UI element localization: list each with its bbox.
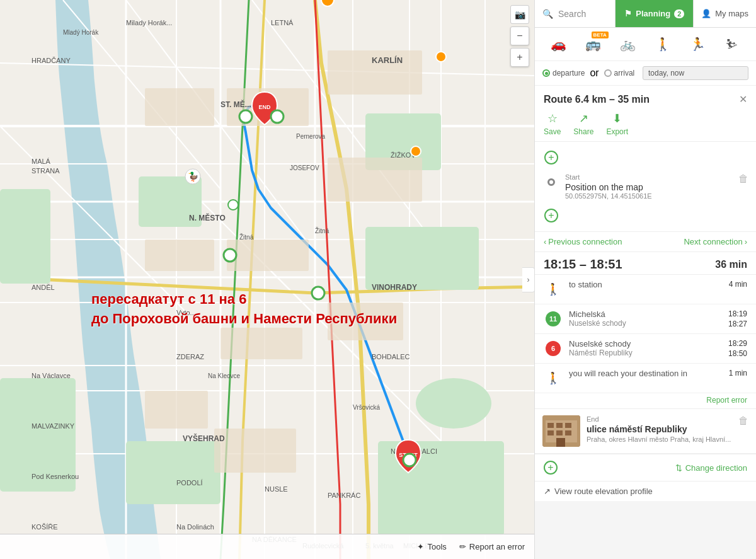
svg-point-86 bbox=[228, 200, 238, 210]
svg-point-89 bbox=[436, 52, 446, 62]
map-container[interactable]: HRADČANY MALÁ STRANA ANDĚL Na Václavce M… bbox=[0, 0, 534, 559]
search-area[interactable]: 🔍 Search bbox=[535, 0, 616, 27]
report-error-link[interactable]: Report error bbox=[535, 393, 756, 408]
add-waypoint-footer-button[interactable]: + bbox=[544, 461, 558, 475]
save-button[interactable]: ☆ Save bbox=[544, 112, 561, 136]
svg-text:HRADČANY: HRADČANY bbox=[32, 57, 71, 64]
svg-rect-43 bbox=[214, 429, 296, 473]
step2-time-from: 18:19 bbox=[728, 309, 747, 318]
step1-description: to station bbox=[569, 280, 723, 289]
elevation-icon: ↗ bbox=[544, 487, 551, 496]
svg-rect-96 bbox=[547, 423, 554, 428]
camera-button[interactable]: 📷 bbox=[510, 5, 529, 24]
footer-actions: + ⇅ Change direction bbox=[535, 454, 756, 481]
share-label: Share bbox=[573, 127, 593, 136]
start-waypoint: Start Position on the map 50.0552975N, 1… bbox=[542, 170, 748, 204]
step3-from: Nuselské schody bbox=[569, 339, 722, 349]
report-error-label: Report error bbox=[706, 396, 747, 405]
svg-rect-37 bbox=[227, 239, 309, 271]
svg-rect-31 bbox=[126, 441, 220, 504]
prev-connection-button[interactable]: ‹ Previous connection bbox=[544, 237, 622, 246]
svg-text:ST. MĚ...: ST. MĚ... bbox=[220, 100, 251, 109]
step2-time-to: 18:27 bbox=[728, 320, 747, 328]
step4-duration: 1 min bbox=[729, 369, 747, 377]
svg-point-85 bbox=[312, 287, 324, 299]
destination-address: Praha, okres Hlavní město Praha, kraj Hl… bbox=[587, 435, 732, 443]
time-input[interactable] bbox=[643, 66, 748, 80]
svg-rect-41 bbox=[220, 328, 302, 359]
destination-name: ulice náměstí Republiky bbox=[587, 424, 732, 434]
transport-run[interactable]: 🏃 bbox=[686, 33, 709, 55]
departure-radio[interactable] bbox=[542, 69, 550, 77]
departure-label: departure bbox=[553, 69, 585, 78]
svg-rect-99 bbox=[547, 430, 554, 435]
destination-section: End ulice náměstí Republiky Praha, okres… bbox=[535, 408, 756, 454]
svg-text:Mladý Horák: Mladý Horák bbox=[63, 29, 99, 36]
step1-details: to station bbox=[569, 280, 723, 289]
step3-time-to: 18:50 bbox=[728, 349, 747, 358]
time-to: 18:51 bbox=[590, 257, 622, 271]
svg-text:Na Dolinách: Na Dolinách bbox=[176, 523, 214, 531]
add-waypoint-below-button[interactable]: + bbox=[544, 209, 558, 222]
transport-car[interactable]: 🚗 bbox=[547, 33, 570, 55]
start-coords: 50.0552975N, 14.4515061E bbox=[565, 192, 733, 200]
add-waypoint-above-button[interactable]: + bbox=[544, 151, 558, 164]
transport-ski[interactable]: ⛷ bbox=[721, 33, 743, 55]
next-connection-button[interactable]: Next connection › bbox=[684, 237, 747, 246]
svg-text:LETNÁ: LETNÁ bbox=[271, 19, 294, 26]
transport-bike[interactable]: 🚲 bbox=[617, 33, 639, 55]
person-icon: 👤 bbox=[701, 9, 711, 18]
export-label: Export bbox=[606, 127, 628, 136]
tools-button[interactable]: ✦ Tools bbox=[417, 542, 446, 551]
zoom-in-button[interactable]: − bbox=[510, 26, 529, 45]
svg-point-33 bbox=[416, 378, 491, 429]
svg-text:ANDĚL: ANDĚL bbox=[32, 284, 55, 291]
arrival-label: arrival bbox=[614, 69, 635, 78]
step3-times: 18:29 18:50 bbox=[728, 339, 747, 358]
svg-text:BOHDALEC: BOHDALEC bbox=[372, 353, 410, 360]
svg-text:Milady Horák...: Milady Horák... bbox=[126, 19, 172, 26]
flag-icon: ⚑ bbox=[624, 9, 632, 18]
start-waypoint-icon bbox=[542, 173, 560, 191]
report-error-label: Report an error bbox=[469, 542, 525, 551]
svg-text:KARLÍN: KARLÍN bbox=[372, 55, 403, 65]
walk-dest-icon: 🚶 bbox=[544, 369, 563, 388]
start-delete-button[interactable]: 🗑 bbox=[738, 173, 748, 185]
share-button[interactable]: ↗ Share bbox=[573, 112, 593, 136]
map-expand-arrow[interactable]: › bbox=[522, 267, 534, 292]
or-text: or bbox=[590, 67, 598, 79]
step2-details: Michelská Nuselské schody bbox=[569, 309, 722, 328]
route-steps: 🚶 to station 4 min 11 Michelská Nuselské… bbox=[535, 275, 756, 393]
report-error-button[interactable]: ✏ Report an error bbox=[459, 542, 525, 551]
arrival-radio[interactable] bbox=[604, 69, 612, 77]
route-close-button[interactable]: ✕ bbox=[739, 93, 747, 105]
step-tram-11: 11 Michelská Nuselské schody 18:19 18:27 bbox=[535, 304, 756, 334]
arrival-option[interactable]: arrival bbox=[604, 69, 635, 78]
step3-to: Náměstí Republiky bbox=[569, 349, 722, 357]
svg-point-93 bbox=[549, 180, 553, 184]
svg-rect-29 bbox=[0, 189, 50, 284]
tram-6-badge: 6 bbox=[546, 341, 561, 356]
step-walk-to-station: 🚶 to station 4 min bbox=[535, 275, 756, 304]
next-connection-label: Next connection bbox=[684, 237, 742, 246]
departure-option[interactable]: departure bbox=[542, 69, 585, 78]
prev-connection-label: Previous connection bbox=[548, 237, 622, 246]
change-direction-label: Change direction bbox=[685, 463, 747, 473]
route-actions: ☆ Save ↗ Share ⬇ Export bbox=[544, 112, 747, 136]
my-maps-tab[interactable]: 👤 My maps bbox=[693, 0, 756, 27]
destination-delete-button[interactable]: 🗑 bbox=[738, 415, 748, 427]
svg-point-82 bbox=[271, 110, 284, 123]
map-controls: 📷 − + bbox=[510, 5, 529, 67]
chevron-left-icon: ‹ bbox=[544, 237, 546, 246]
transport-walk[interactable]: 🚶 bbox=[651, 33, 674, 55]
export-button[interactable]: ⬇ Export bbox=[606, 112, 628, 136]
star-icon: ☆ bbox=[547, 112, 558, 125]
svg-text:PANKRÁC: PANKRÁC bbox=[328, 492, 360, 499]
zoom-out-button[interactable]: + bbox=[510, 48, 529, 67]
svg-text:Pod Kesnerkou: Pod Kesnerkou bbox=[32, 473, 79, 480]
tram-11-badge: 11 bbox=[546, 311, 561, 326]
transport-transit[interactable]: 🚌 BETA bbox=[582, 33, 605, 55]
elevation-link[interactable]: ↗ View route elevation profile bbox=[535, 481, 756, 501]
planning-tab[interactable]: ⚑ Planning 2 bbox=[616, 0, 693, 27]
change-direction-button[interactable]: ⇅ Change direction bbox=[675, 463, 747, 473]
